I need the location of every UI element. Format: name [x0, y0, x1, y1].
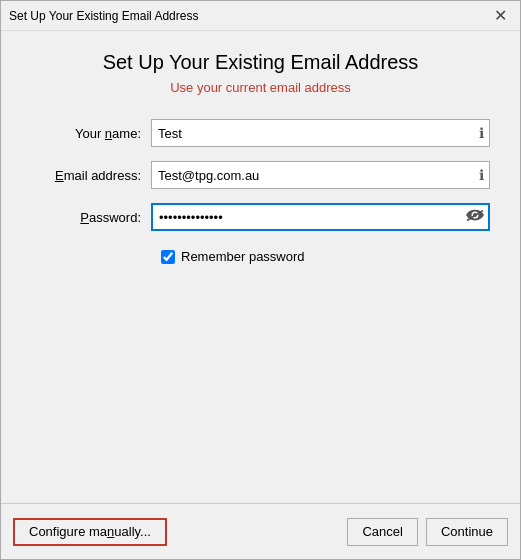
cancel-button[interactable]: Cancel	[347, 518, 417, 546]
close-button[interactable]: ✕	[488, 4, 512, 28]
password-input[interactable]	[151, 203, 490, 231]
name-input[interactable]	[151, 119, 490, 147]
continue-button[interactable]: Continue	[426, 518, 508, 546]
footer: Configure manually... Cancel Continue	[1, 503, 520, 559]
name-info-icon: ℹ	[479, 125, 484, 141]
password-input-wrapper	[151, 203, 490, 231]
remember-label[interactable]: Remember password	[181, 249, 305, 264]
window: Set Up Your Existing Email Address ✕ Set…	[0, 0, 521, 560]
configure-manually-button[interactable]: Configure manually...	[13, 518, 167, 546]
email-input-wrapper: ℹ	[151, 161, 490, 189]
email-label: Email address:	[41, 168, 151, 183]
content-area: Set Up Your Existing Email Address Use y…	[1, 31, 520, 503]
email-info-icon: ℹ	[479, 167, 484, 183]
remember-password-row: Remember password	[161, 249, 490, 264]
form-area: Your name: ℹ Email address: ℹ	[41, 119, 490, 264]
name-row: Your name: ℹ	[41, 119, 490, 147]
password-row: Password:	[41, 203, 490, 231]
titlebar-title: Set Up Your Existing Email Address	[9, 9, 488, 23]
name-label: Your name:	[41, 126, 151, 141]
dialog-title: Set Up Your Existing Email Address	[31, 51, 490, 74]
password-visibility-icon[interactable]	[466, 210, 484, 225]
dialog-subtitle: Use your current email address	[31, 80, 490, 95]
titlebar: Set Up Your Existing Email Address ✕	[1, 1, 520, 31]
footer-right: Cancel Continue	[347, 518, 508, 546]
remember-checkbox[interactable]	[161, 250, 175, 264]
email-input[interactable]	[151, 161, 490, 189]
name-input-wrapper: ℹ	[151, 119, 490, 147]
password-label: Password:	[41, 210, 151, 225]
email-row: Email address: ℹ	[41, 161, 490, 189]
